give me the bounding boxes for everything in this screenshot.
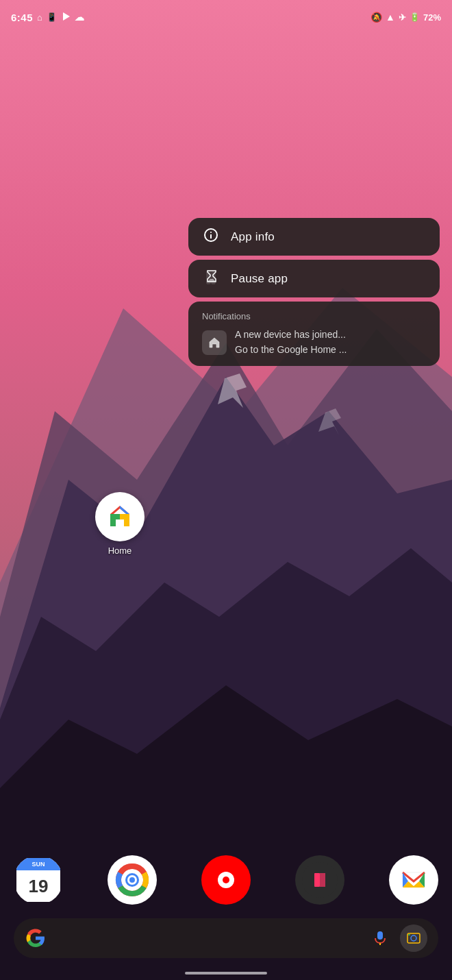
svg-marker-25: [320, 873, 325, 887]
status-left: 6:45 ⌂ 📱 ☁: [11, 12, 84, 23]
calendar-app-icon[interactable]: SUN 19: [14, 855, 63, 905]
battery-percent: 72%: [423, 12, 441, 23]
pause-app-label: Pause app: [231, 272, 288, 286]
notifications-title: Notifications: [202, 311, 429, 321]
lens-icon[interactable]: [400, 924, 427, 952]
status-bar: 6:45 ⌂ 📱 ☁ 🔕 ▲ ✈ 🔋 72%: [0, 0, 452, 34]
svg-rect-14: [117, 521, 123, 526]
phone-status-icon: 📱: [47, 12, 57, 22]
app-dock: SUN 19: [14, 855, 438, 905]
google-g-logo: [25, 927, 47, 949]
pause-app-menu-item[interactable]: Pause app: [188, 260, 440, 297]
svg-point-22: [223, 877, 229, 883]
home-status-icon: ⌂: [37, 12, 42, 23]
home-app-label: Home: [108, 546, 132, 556]
battery-icon: 🔋: [410, 12, 420, 22]
youtube-music-icon[interactable]: [201, 855, 251, 905]
notification-item[interactable]: A new device has joined... Go to the Goo…: [202, 328, 429, 356]
svg-rect-28: [377, 931, 383, 940]
mute-icon: 🔕: [371, 12, 382, 23]
pause-icon: [202, 269, 220, 288]
status-right: 🔕 ▲ ✈ 🔋 72%: [371, 12, 441, 23]
svg-point-31: [411, 935, 416, 941]
info-icon: [202, 228, 220, 246]
cloud-status-icon: ☁: [75, 12, 84, 23]
airplane-icon: ✈: [399, 12, 406, 23]
notification-line2: Go to the Google Home ...: [235, 343, 347, 357]
svg-point-19: [129, 877, 135, 883]
notifications-panel: Notifications A new device has joined...…: [188, 302, 440, 366]
microsoft-app-icon[interactable]: [295, 855, 344, 905]
notification-line1: A new device has joined...: [235, 328, 347, 342]
home-icon-wrapper: [95, 492, 145, 541]
notification-text: A new device has joined... Go to the Goo…: [235, 328, 347, 356]
home-indicator: [185, 972, 267, 975]
svg-rect-24: [314, 873, 320, 887]
svg-rect-32: [408, 934, 410, 935]
status-time: 6:45: [11, 12, 33, 23]
svg-marker-8: [63, 12, 70, 21]
play-status-icon: [61, 12, 71, 23]
context-menu: App info Pause app Notifications: [188, 218, 440, 366]
svg-point-11: [210, 232, 212, 233]
cal-month: SUN: [16, 858, 60, 870]
notification-app-icon: [202, 330, 227, 355]
search-bar[interactable]: [14, 918, 438, 958]
app-info-label: App info: [231, 230, 275, 244]
app-info-menu-item[interactable]: App info: [188, 218, 440, 256]
mountain-background: [0, 0, 452, 980]
home-app-icon[interactable]: Home: [95, 492, 145, 556]
cal-day: 19: [16, 870, 60, 902]
chrome-app-icon[interactable]: [108, 855, 157, 905]
wifi-icon: ▲: [386, 12, 395, 23]
gmail-app-icon[interactable]: [389, 855, 438, 905]
microphone-icon[interactable]: [367, 925, 393, 951]
